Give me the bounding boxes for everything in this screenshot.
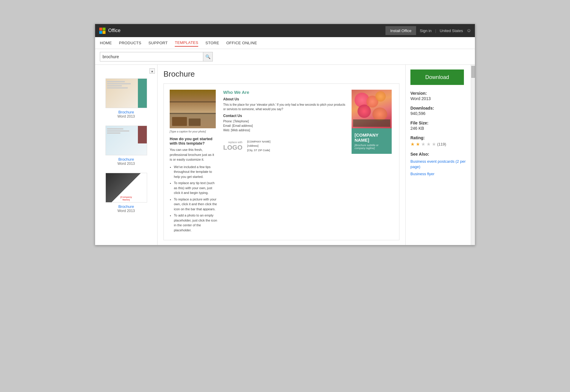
search-input[interactable] (100, 54, 203, 59)
template-preview: [Type a caption for your photo] How do y… (163, 83, 399, 240)
photo-caption: [Type a caption for your photo] (170, 130, 217, 133)
preview-right: [COMPANY NAME] [Brochure subtitle or com… (352, 90, 393, 234)
install-office-button[interactable]: Install Office (385, 26, 416, 35)
filesize-section: File Size: 246 KB (410, 121, 466, 131)
office-logo-icon (99, 27, 106, 34)
rating-count: (119) (437, 142, 446, 146)
preview-inner: [Type a caption for your photo] How do y… (170, 90, 393, 234)
template-thumb-2 (106, 126, 147, 155)
version-section: Version: Word 2013 (410, 91, 466, 101)
about-us-text: This is the place for your 'elevator pit… (223, 102, 346, 111)
preview-photo (170, 90, 216, 128)
svg-rect-2 (99, 31, 102, 34)
company-box: [COMPANY NAME] [Brochure subtitle or com… (352, 128, 392, 154)
flower-detail (352, 90, 392, 128)
contact-web: Web: [Web address] (223, 129, 250, 132)
template-thumb-1 (106, 78, 147, 108)
nav-products[interactable]: PRODUCTS (119, 39, 141, 46)
template-sub-3: Word 2013 (100, 209, 152, 213)
sidebar-template-2[interactable]: Brochure Word 2013 (95, 122, 157, 169)
page-title: Brochure (163, 69, 399, 79)
star-5: ★ (432, 141, 436, 147)
svg-rect-1 (103, 28, 106, 31)
office-text: Office (108, 28, 121, 33)
sidebar: ▲ Brochure Word 2013 (95, 65, 158, 245)
template-sub-2: Word 2013 (100, 162, 152, 166)
info-panel: Download Version: Word 2013 Downloads: 9… (405, 65, 471, 245)
bullet-4: To add a photo to an empty placeholder, … (174, 213, 217, 233)
rating-section: Rating: ★ ★ ★ ★ ★ (119) (410, 135, 466, 147)
bullet-1: We've included a few tips throughout the… (174, 165, 217, 179)
filesize-value: 246 KB (410, 126, 424, 131)
logo-area: replace with LOGO (223, 141, 243, 151)
template-name-3[interactable]: Brochure (100, 204, 152, 209)
sidebar-template-3[interactable]: [CompanyName] Brochure Word 2013 (95, 169, 157, 216)
preview-center: Who We Are About Us This is the place fo… (223, 90, 346, 234)
search-container: 🔍 (100, 52, 213, 61)
star-1: ★ (410, 141, 415, 147)
main-row: ▲ Brochure Word 2013 (95, 65, 475, 245)
logo-text: LOGO (223, 144, 243, 151)
nav-office-online[interactable]: OFFICE ONLINE (226, 39, 257, 46)
see-also-label: See Also: (410, 152, 466, 157)
bullet-3: To replace a picture with your own, clic… (174, 197, 217, 212)
downloads-section: Downloads: 940,596 (410, 106, 466, 116)
footer-city: [City, ST ZIP Code] (247, 149, 270, 152)
contact-details: Phone: [Telephone] Email: [Email address… (223, 119, 346, 132)
preview-footer: replace with LOGO [COMPANY NAME] [Addres… (223, 137, 346, 152)
see-also-link-2[interactable]: Business flyer (410, 171, 466, 177)
star-3: ★ (421, 141, 425, 147)
sidebar-scroll-up: ▲ (95, 67, 157, 75)
filesize-label: File Size: (410, 121, 466, 125)
nav-store[interactable]: STORE (205, 39, 219, 46)
version-value: Word 2013 (410, 96, 431, 101)
see-also-link-1[interactable]: Business event postcards (2 per page) (410, 159, 466, 170)
sidebar-template-1[interactable]: Brochure Word 2013 (95, 75, 157, 122)
contact-email: Email: [Email address] (223, 124, 253, 127)
downloads-value: 940,596 (410, 111, 426, 116)
footer-contact: [COMPANY NAME] [Address] [City, ST ZIP C… (247, 140, 270, 152)
scroll-up-arrow[interactable]: ▲ (149, 68, 155, 74)
instructions-title: How do you get started with this templat… (170, 137, 217, 146)
star-4: ★ (426, 141, 431, 147)
download-button[interactable]: Download (410, 69, 464, 85)
nav-templates[interactable]: TEMPLATES (175, 39, 198, 47)
footer-address: [Address] (247, 144, 259, 147)
scroll-thumb[interactable] (471, 66, 475, 78)
star-2: ★ (416, 141, 420, 147)
sign-in-link[interactable]: Sign in (416, 29, 435, 33)
template-name-1[interactable]: Brochure (100, 110, 152, 114)
see-also-section: See Also: Business event postcards (2 pe… (410, 152, 466, 177)
who-we-are-title: Who We Are (223, 90, 346, 95)
nav-home[interactable]: HOME (100, 39, 112, 46)
template-sub-1: Word 2013 (100, 114, 152, 118)
svg-rect-3 (103, 31, 106, 34)
country-link[interactable]: United States (436, 29, 467, 33)
thumb-accent (138, 79, 147, 108)
about-us-title: About Us (223, 97, 346, 101)
downloads-label: Downloads: (410, 106, 466, 110)
company-name: [COMPANY NAME] (355, 132, 389, 143)
smiley-icon[interactable]: ☺ (467, 28, 471, 33)
content-left: Brochure (158, 65, 405, 245)
search-button[interactable]: 🔍 (203, 52, 212, 61)
company-tagline: [Brochure subtitle or company tagline] (355, 144, 389, 150)
template-name-2[interactable]: Brochure (100, 157, 152, 162)
rating-stars: ★ ★ ★ ★ ★ (119) (410, 141, 466, 147)
right-scrollbar[interactable] (471, 65, 475, 245)
template-thumb-3: [CompanyName] (106, 173, 147, 203)
svg-rect-0 (99, 28, 102, 31)
office-logo[interactable]: Office (99, 27, 121, 34)
instructions-intro: You can use this fresh, professional bro… (170, 147, 217, 162)
nav-bar: HOME PRODUCTS SUPPORT TEMPLATES STORE OF… (95, 37, 475, 49)
top-bar: Office Install Office Sign in | United S… (95, 24, 475, 37)
contact-phone: Phone: [Telephone] (223, 120, 249, 123)
photo-shelves (170, 90, 216, 128)
flower-photo (352, 90, 392, 128)
version-label: Version: (410, 91, 466, 96)
preview-instructions: How do you get started with this templat… (170, 137, 217, 233)
top-bar-right: Install Office Sign in | United States ☺ (385, 26, 471, 35)
search-bar-area: 🔍 (95, 49, 475, 65)
nav-support[interactable]: SUPPORT (149, 39, 168, 46)
content-with-info: Brochure (158, 65, 475, 245)
